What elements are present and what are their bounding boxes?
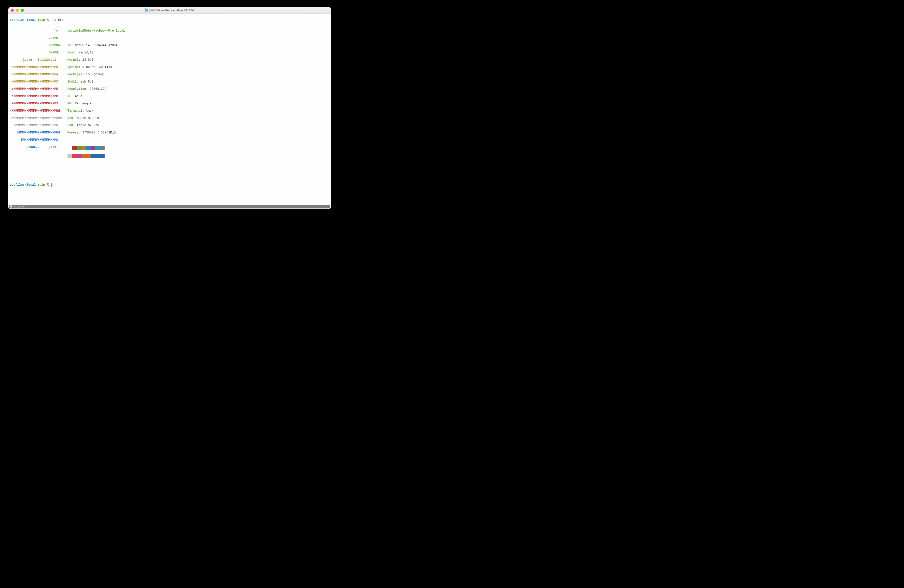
neofetch-info: purinkle@Robs-MacBook-Pro.local --------…: [60, 25, 127, 165]
de-value: Aqua: [75, 95, 82, 98]
de-key: DE: [68, 95, 71, 98]
color-swatch: [68, 146, 72, 150]
window-title-text: purinkle — tmux ▸ tat — 210×54: [150, 8, 194, 12]
color-swatch: [77, 146, 82, 150]
color-swatch: [77, 154, 82, 158]
color-swatch: [72, 146, 77, 150]
color-swatch: [82, 154, 86, 158]
wm-value: Rectangle: [75, 102, 92, 105]
neofetch-ascii-logo: 'c. ,xNMM. .OMMMMo OMMM0, .;loddo:' lool…: [10, 25, 60, 165]
tmux-window-name[interactable]: :editor*: [12, 205, 26, 208]
close-button[interactable]: [11, 9, 14, 12]
tmux-window-index[interactable]: 1: [10, 205, 12, 208]
color-swatch: [86, 146, 91, 150]
prompt-symbol: %: [47, 18, 49, 22]
shell-value: zsh 5.9: [81, 80, 93, 84]
prompt-branch: main: [38, 18, 45, 22]
terminal-value: tmux: [86, 109, 93, 113]
prompt-dir-2: dotfiles-local: [10, 183, 36, 187]
os-value: macOS 14.0 23A344 arm64: [75, 44, 118, 47]
cpu-value: Apple M2 Pro: [77, 116, 99, 120]
os-key: OS: [68, 44, 71, 47]
packages-value: 155 (brew): [86, 73, 104, 76]
folder-icon: [145, 9, 148, 11]
tmux-statusbar[interactable]: 1:editor*: [9, 205, 330, 209]
terminal-window: purinkle — tmux ▸ tat — 210×54 dotfiles-…: [8, 7, 331, 209]
color-swatch: [95, 146, 100, 150]
color-swatch: [91, 146, 96, 150]
host-value: Mac14,10: [79, 51, 93, 54]
uptime-value: 3 hours, 40 mins: [82, 65, 112, 69]
color-palette-row-2: [68, 154, 127, 158]
color-swatch: [86, 154, 91, 158]
hostname: Robs-MacBook-Pro.local: [84, 29, 125, 33]
traffic-lights: [8, 9, 24, 12]
color-swatch: [91, 154, 96, 158]
shell-key: Shell: [68, 80, 77, 84]
command-text: neofetch: [51, 18, 65, 22]
color-swatch: [95, 154, 100, 158]
memory-value: 3730MiB / 32768MiB: [82, 131, 115, 134]
color-swatch: [72, 154, 77, 158]
color-swatch: [100, 146, 105, 150]
cursor: [51, 183, 52, 187]
resolution-value: 2056x1329: [90, 87, 107, 91]
color-swatch: [68, 154, 72, 158]
gpu-value: Apple M2 Pro: [77, 124, 99, 127]
prompt-dir: dotfiles-local: [10, 18, 36, 22]
memory-key: Memory: [68, 131, 79, 134]
separator-rule: --------------------------------: [68, 36, 127, 40]
prompt-symbol-2: %: [47, 183, 49, 187]
terminal-viewport[interactable]: dotfiles-local main % neofetch 'c. ,xNMM…: [8, 14, 331, 209]
minimize-button[interactable]: [16, 9, 19, 12]
titlebar[interactable]: purinkle — tmux ▸ tat — 210×54: [8, 7, 331, 14]
color-swatch: [100, 154, 105, 158]
uptime-key: Uptime: [68, 65, 79, 69]
wm-key: WM: [68, 102, 71, 105]
kernel-value: 23.0.0: [82, 58, 93, 62]
cpu-key: CPU: [68, 116, 73, 120]
kernel-key: Kernel: [68, 58, 79, 62]
terminal-key: Terminal: [68, 109, 82, 113]
zoom-button[interactable]: [21, 9, 24, 12]
prompt-branch-2: main: [38, 183, 45, 187]
packages-key: Packages: [68, 73, 82, 76]
color-palette-row-1: [68, 146, 127, 150]
gpu-key: GPU: [68, 124, 73, 127]
resolution-key: Resolution: [68, 87, 86, 91]
host-key: Host: [68, 51, 75, 54]
color-swatch: [82, 146, 86, 150]
window-title: purinkle — tmux ▸ tat — 210×54: [8, 8, 331, 12]
username: purinkle: [68, 29, 82, 33]
